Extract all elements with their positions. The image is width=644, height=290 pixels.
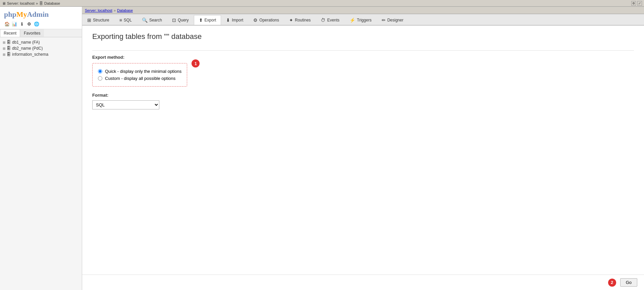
tab-structure-label: Structure: [93, 18, 109, 22]
footer-divider: [82, 26, 644, 26]
tab-designer-label: Designer: [387, 18, 404, 22]
info-schema-label: information_schema: [12, 52, 48, 57]
radio-custom-input[interactable]: [98, 76, 102, 81]
top-bar: 🖥 Server: localhost » 🗄 Database ⚙ ⤢: [0, 0, 644, 7]
radio-quick-label: Quick - display only the minimal options: [105, 69, 181, 74]
tab-structure[interactable]: ⊞ Structure: [82, 15, 114, 25]
settings-sidebar-icon[interactable]: ⚙: [26, 21, 32, 27]
db-tree-icon-2: 🗄: [7, 46, 11, 51]
tab-query[interactable]: ⊡ Query: [167, 15, 194, 25]
query-tab-icon: ⊡: [172, 17, 176, 23]
expand-icon-info-schema: ⊞: [3, 53, 5, 56]
divider-1: [92, 50, 634, 51]
triggers-tab-icon: ⚡: [350, 17, 355, 23]
export-method-radio-group: Quick - display only the minimal options…: [92, 63, 187, 87]
db-tree-icon-3: 🗄: [7, 52, 11, 57]
footer-bar: 2 Go: [82, 275, 644, 290]
window-icon: 🖥: [2, 1, 6, 5]
tab-import[interactable]: ⬇ Import: [221, 15, 248, 25]
export-tab-icon: ⬆: [199, 17, 203, 23]
tab-search[interactable]: 🔍 Search: [137, 15, 167, 25]
go-button[interactable]: Go: [620, 278, 637, 287]
info-icon[interactable]: ℹ: [19, 21, 25, 27]
routines-tab-icon: ✦: [289, 17, 293, 23]
tab-triggers[interactable]: ⚡ Triggers: [344, 15, 377, 25]
expand-icon-db2: ⊞: [3, 47, 5, 50]
radio-quick-input[interactable]: [98, 69, 102, 74]
designer-tab-icon: ✏: [382, 17, 386, 23]
settings-icon[interactable]: ⚙: [631, 1, 636, 6]
tab-bar: ⊞ Structure ≡ SQL 🔍 Search ⊡ Query ⬆ Exp…: [82, 14, 644, 26]
tree-item-information-schema[interactable]: ⊞ 🗄 information_schema: [1, 51, 80, 57]
database-icon: 🗄: [39, 1, 43, 5]
tab-export-label: Export: [205, 18, 216, 22]
events-tab-icon: ⏱: [321, 17, 325, 23]
db1-label: db1_name (FA): [12, 40, 40, 45]
breadcrumb-server[interactable]: Server: localhost: [85, 8, 112, 12]
tab-routines-label: Routines: [295, 18, 311, 22]
tab-routines[interactable]: ✦ Routines: [284, 15, 316, 25]
operations-tab-icon: ⚙: [253, 17, 258, 23]
logo: phpMyAdmin: [4, 10, 78, 19]
logo-my: My: [16, 10, 27, 18]
database-label: Database: [44, 1, 60, 5]
breadcrumb-database[interactable]: Database: [117, 8, 133, 12]
annotation-badge-1: 1: [192, 59, 200, 67]
logo-php: php: [4, 10, 16, 18]
home-icon[interactable]: 🏠: [4, 21, 10, 27]
tree-item-db1[interactable]: ⊞ 🗄 db1_name (FA): [1, 39, 80, 45]
import-tab-icon: ⬇: [226, 17, 230, 23]
tab-designer[interactable]: ✏ Designer: [377, 15, 409, 25]
format-select[interactable]: SQL CSV CSV for MS Excel JSON XML PDF: [92, 100, 159, 109]
tab-search-label: Search: [149, 18, 162, 22]
page-title-suffix: " database: [167, 32, 202, 41]
tab-events[interactable]: ⏱ Events: [316, 15, 344, 25]
sql-tab-icon: ≡: [119, 17, 122, 23]
sidebar-tree: ⊞ 🗄 db1_name (FA) ⊞ 🗄 db2_name (PdC) ⊞ 🗄…: [0, 37, 82, 290]
radio-quick[interactable]: Quick - display only the minimal options: [98, 69, 181, 74]
logo-admin: Admin: [27, 10, 49, 18]
page-title-prefix: Exporting tables from ": [92, 32, 167, 41]
tab-operations[interactable]: ⚙ Operations: [248, 15, 284, 25]
page-title: Exporting tables from "" database: [92, 32, 634, 44]
tab-favorites[interactable]: Favorites: [20, 29, 44, 37]
tab-triggers-label: Triggers: [357, 18, 372, 22]
radio-custom-label: Custom - display all possible options: [105, 76, 175, 81]
tree-item-db2[interactable]: ⊞ 🗄 db2_name (PdC): [1, 45, 80, 51]
tab-sql[interactable]: ≡ SQL: [114, 15, 137, 25]
sidebar: phpMyAdmin 🏠 📊 ℹ ⚙ 🌐 Recent Favorites ⊞ …: [0, 7, 82, 290]
breadcrumb: Server: localhost » Database: [82, 7, 644, 14]
server-label: Server: localhost: [7, 1, 35, 5]
structure-tab-icon: ⊞: [87, 17, 91, 23]
tab-recent[interactable]: Recent: [0, 29, 20, 37]
annotation-badge-2: 2: [608, 279, 616, 287]
radio-custom[interactable]: Custom - display all possible options: [98, 76, 181, 81]
tab-export[interactable]: ⬆ Export: [194, 15, 221, 25]
breadcrumb-bar-top: 🖥 Server: localhost » 🗄 Database: [2, 1, 60, 5]
breadcrumb-sep-main: »: [114, 8, 116, 12]
tab-import-label: Import: [232, 18, 243, 22]
breadcrumb-sep1: »: [36, 1, 38, 5]
tab-operations-label: Operations: [259, 18, 279, 22]
db2-label: db2_name (PdC): [12, 46, 43, 51]
format-label: Format:: [92, 93, 634, 98]
tab-events-label: Events: [327, 18, 339, 22]
globe-icon[interactable]: 🌐: [34, 21, 40, 27]
tab-query-label: Query: [178, 18, 189, 22]
sidebar-tabs: Recent Favorites: [0, 29, 82, 37]
sidebar-quick-icons: 🏠 📊 ℹ ⚙ 🌐: [4, 21, 78, 27]
maximize-icon[interactable]: ⤢: [637, 1, 642, 6]
content-area: Server: localhost » Database ⊞ Structure…: [82, 7, 644, 290]
search-tab-icon: 🔍: [142, 17, 148, 23]
expand-icon-db1: ⊞: [3, 41, 5, 44]
db-tree-icon-1: 🗄: [7, 40, 11, 45]
page-content: Exporting tables from "" database Export…: [82, 26, 644, 275]
export-method-label: Export method:: [92, 55, 634, 60]
logo-area: phpMyAdmin 🏠 📊 ℹ ⚙ 🌐: [0, 7, 82, 29]
db-icon[interactable]: 📊: [11, 21, 17, 27]
window-controls[interactable]: ⚙ ⤢: [631, 1, 642, 6]
tab-sql-label: SQL: [124, 18, 132, 22]
